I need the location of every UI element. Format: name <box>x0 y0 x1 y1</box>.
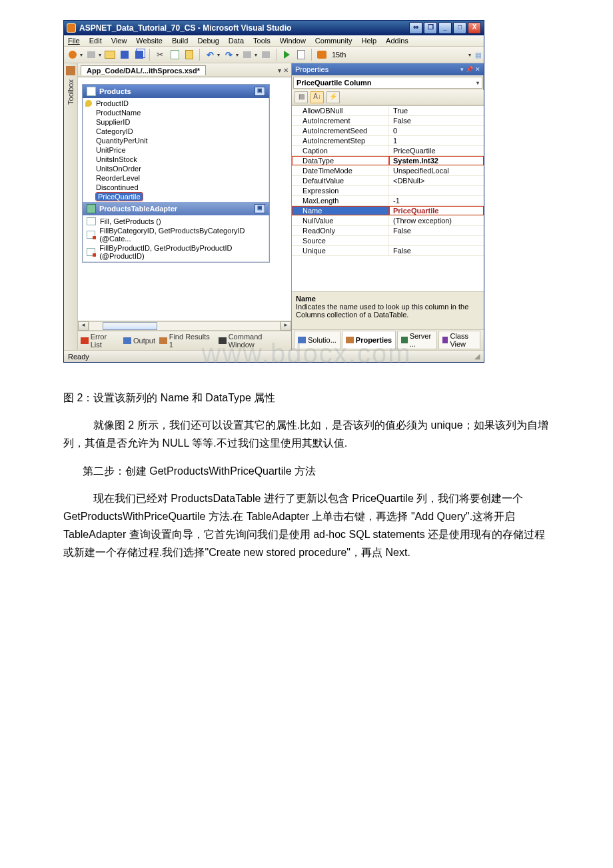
prop-alphabetical-icon[interactable]: A↓ <box>310 91 324 103</box>
property-row[interactable]: NullValue(Throw exception) <box>292 216 484 226</box>
property-row[interactable]: ReadOnlyFalse <box>292 226 484 236</box>
properties-titlebar[interactable]: Properties ▾ 📌 ✕ <box>292 63 484 75</box>
property-row[interactable]: DataTypeSystem.Int32 <box>292 156 484 166</box>
properties-object-selector[interactable]: PriceQuartile Column ▾ <box>293 77 482 89</box>
vs-titlebar[interactable]: ASPNET_Data_Tutorial_70_CS - Microsoft V… <box>64 21 484 35</box>
paste-icon[interactable] <box>183 49 195 61</box>
property-value[interactable]: False <box>389 116 484 125</box>
datatable-column[interactable]: UnitsInStock <box>83 155 269 164</box>
tableadapter-method[interactable]: FillByCategoryID, GetProductsByCategoryI… <box>83 226 269 243</box>
property-row[interactable]: AutoIncrementFalse <box>292 116 484 126</box>
tab-class-view[interactable]: Class View <box>438 331 480 349</box>
toolbar-overflow-icon[interactable]: ▾ <box>467 52 472 58</box>
datatable-header[interactable]: Products ▣ <box>83 85 269 98</box>
property-row[interactable]: UniqueFalse <box>292 246 484 256</box>
find-text[interactable]: 15th <box>332 51 346 59</box>
tab-dropdown-icon[interactable]: ▾ <box>278 67 281 74</box>
property-row[interactable]: DefaultValue<DBNull> <box>292 176 484 186</box>
quick-find-icon[interactable] <box>316 49 328 61</box>
property-value[interactable]: False <box>389 226 484 235</box>
tab-properties[interactable]: Properties <box>342 331 396 349</box>
menu-edit[interactable]: Edit <box>89 37 102 45</box>
find-in-files-icon[interactable] <box>295 49 307 61</box>
nav-fwd-icon[interactable] <box>260 49 272 61</box>
menu-addins[interactable]: Addins <box>386 37 408 45</box>
tab-output[interactable]: Output <box>123 337 155 345</box>
property-row[interactable]: AllowDBNullTrue <box>292 106 484 116</box>
scroll-left-icon[interactable]: ◄ <box>78 321 89 331</box>
menu-community[interactable]: Community <box>315 37 352 45</box>
scroll-thumb[interactable] <box>103 322 157 330</box>
property-value[interactable]: True <box>389 106 484 115</box>
menu-file[interactable]: File <box>68 37 80 45</box>
add-item-icon[interactable] <box>85 49 97 61</box>
datatable-column[interactable]: UnitPrice <box>83 145 269 155</box>
window-maximize-button[interactable]: □ <box>453 22 466 34</box>
redo-icon[interactable]: ↷ <box>223 49 235 61</box>
tableadapter-method[interactable]: Fill, GetProducts () <box>83 217 269 226</box>
menu-window[interactable]: Window <box>280 37 306 45</box>
datatable-column[interactable]: CategoryID <box>83 127 269 136</box>
datatable-column[interactable]: ProductName <box>83 108 269 117</box>
copy-icon[interactable] <box>169 49 181 61</box>
datatable-column[interactable]: QuantityPerUnit <box>83 136 269 145</box>
pane-dropdown-icon[interactable]: ▾ <box>460 66 464 73</box>
menu-view[interactable]: View <box>111 37 127 45</box>
chevron-down-icon[interactable]: ▾ <box>236 52 239 58</box>
window-minimize-button[interactable]: _ <box>438 22 452 34</box>
property-value[interactable]: UnspecifiedLocal <box>389 166 484 175</box>
menu-build[interactable]: Build <box>172 37 188 45</box>
datatable-column[interactable]: Discontinued <box>83 183 269 192</box>
nav-back-icon[interactable] <box>241 49 253 61</box>
toolbox-sidebar[interactable]: Toolbox <box>64 63 78 350</box>
chevron-down-icon[interactable]: ▾ <box>99 52 101 58</box>
property-row[interactable]: Expression <box>292 186 484 196</box>
datatable-column[interactable]: ReorderLevel <box>83 173 269 183</box>
collapse-icon[interactable]: ▣ <box>255 204 265 213</box>
tab-close-icon[interactable]: ✕ <box>283 67 289 74</box>
menu-data[interactable]: Data <box>229 37 244 45</box>
property-value[interactable]: System.Int32 <box>389 156 484 165</box>
menu-tools[interactable]: Tools <box>253 37 271 45</box>
scroll-track[interactable] <box>89 321 281 331</box>
prop-categorized-icon[interactable]: ▤ <box>295 91 308 103</box>
datatable-column[interactable]: ProductID <box>83 99 269 108</box>
toolbar-grip-icon[interactable]: ▤ <box>475 51 481 59</box>
property-row[interactable]: DateTimeModeUnspecifiedLocal <box>292 166 484 176</box>
datatable-column[interactable]: SupplierID <box>83 117 269 127</box>
scroll-right-icon[interactable]: ► <box>281 321 291 331</box>
tab-find-results[interactable]: Find Results 1 <box>159 333 215 349</box>
chevron-down-icon[interactable]: ▾ <box>255 52 257 58</box>
window-restore-button[interactable]: ❐ <box>424 22 437 34</box>
save-all-icon[interactable] <box>133 49 145 61</box>
prop-events-icon[interactable]: ⚡ <box>326 91 340 103</box>
property-row[interactable]: AutoIncrementSeed0 <box>292 126 484 136</box>
menu-website[interactable]: Website <box>136 37 163 45</box>
tab-error-list[interactable]: Error List <box>81 333 119 349</box>
property-row[interactable]: Source <box>292 236 484 246</box>
window-fullscreen-alt-button[interactable]: ⇔ <box>409 22 422 34</box>
property-value[interactable]: False <box>389 246 484 255</box>
property-value[interactable]: (Throw exception) <box>389 216 484 225</box>
menu-help[interactable]: Help <box>361 37 376 45</box>
property-value[interactable]: 0 <box>389 126 484 135</box>
datatable-column[interactable]: UnitsOnOrder <box>83 164 269 173</box>
tab-command-window[interactable]: Command Window <box>219 333 289 349</box>
property-value[interactable]: 1 <box>389 136 484 145</box>
window-close-button[interactable]: X <box>468 22 481 34</box>
menu-debug[interactable]: Debug <box>197 37 219 45</box>
property-row[interactable]: MaxLength-1 <box>292 196 484 206</box>
tableadapter-header[interactable]: ProductsTableAdapter ▣ <box>83 202 269 215</box>
property-value[interactable]: -1 <box>389 196 484 205</box>
property-value[interactable] <box>389 186 484 195</box>
document-tab[interactable]: App_Code/DAL/...ithSprocs.xsd* <box>81 65 206 75</box>
tab-server-explorer[interactable]: Server ... <box>397 331 436 349</box>
collapse-icon[interactable]: ▣ <box>255 87 265 96</box>
designer-surface[interactable]: Products ▣ ProductIDProductNameSupplierI… <box>78 77 291 321</box>
property-value[interactable]: PriceQuartile <box>389 206 484 215</box>
datatable-column[interactable]: PriceQuartile <box>83 192 269 201</box>
open-folder-icon[interactable] <box>104 49 116 61</box>
property-value[interactable]: PriceQuartile <box>389 146 484 155</box>
property-value[interactable]: <DBNull> <box>389 176 484 185</box>
property-row[interactable]: AutoIncrementStep1 <box>292 136 484 146</box>
